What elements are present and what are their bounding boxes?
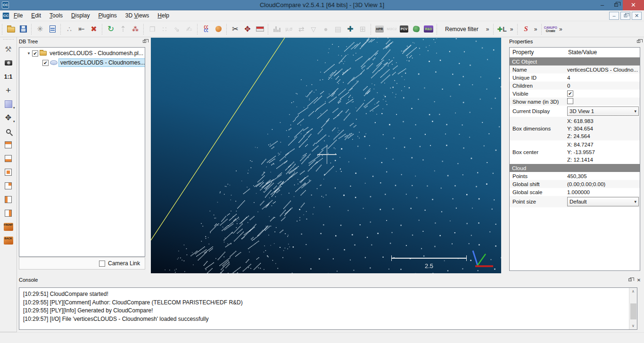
- menu-plugins[interactable]: Plugins: [94, 11, 121, 20]
- point-size-dropdown[interactable]: Default▾: [567, 197, 639, 206]
- clipping-box-button[interactable]: [254, 23, 266, 35]
- minmax-filter-button[interactable]: ⇄: [295, 23, 307, 35]
- histogram-button[interactable]: [271, 23, 283, 35]
- cloud-mesh-distance-button[interactable]: [212, 23, 224, 35]
- mdi-close-button[interactable]: ✕: [632, 12, 642, 20]
- menu-3d-views[interactable]: 3D Views: [121, 11, 154, 20]
- main-properties-button[interactable]: [46, 23, 58, 35]
- facets-plugin-button[interactable]: [410, 23, 422, 35]
- pick-rotation-center-button[interactable]: +: [1, 83, 16, 97]
- m3c2-plugin-button[interactable]: M3C2: [386, 23, 398, 35]
- canupo-overflow-chevron[interactable]: »: [557, 23, 564, 35]
- visibility-checkbox[interactable]: ✔: [42, 60, 49, 66]
- pan-mode-button[interactable]: ✥▾: [1, 111, 16, 124]
- csf-plugin-button[interactable]: S: [520, 23, 532, 35]
- toolbar-handle[interactable]: [226, 24, 228, 35]
- view-iso-front-button[interactable]: FRONT: [1, 220, 16, 234]
- scrollbar-thumb[interactable]: [630, 303, 636, 319]
- view-iso-back-button[interactable]: BACK: [1, 234, 16, 247]
- apply-transformation-button[interactable]: ⇤: [75, 23, 88, 35]
- tools-wrench-button[interactable]: ⚒: [1, 42, 16, 56]
- menu-help[interactable]: Help: [153, 11, 173, 20]
- point-picking-button[interactable]: ∴: [63, 23, 75, 35]
- toolbar-handle[interactable]: [436, 24, 438, 35]
- clone-button[interactable]: ✳: [34, 23, 46, 35]
- add-scalar-field-button[interactable]: ✚: [344, 23, 356, 35]
- subsample-button[interactable]: ⁂: [129, 23, 141, 35]
- filter-button[interactable]: ▽: [307, 23, 320, 35]
- view-top-button[interactable]: [1, 138, 16, 152]
- toolbar-overflow-chevron[interactable]: »: [484, 23, 491, 35]
- menu-tools[interactable]: Tools: [45, 11, 67, 20]
- current-display-dropdown[interactable]: 3D View 1▾: [567, 106, 639, 116]
- 3d-viewport[interactable]: 2.5: [151, 38, 501, 273]
- toolbar-handle[interactable]: [101, 24, 103, 35]
- toolbar-handle[interactable]: [267, 24, 269, 35]
- remove-filter-button[interactable]: Remove filter: [439, 23, 484, 35]
- segment-button[interactable]: ❒: [146, 23, 158, 35]
- view-left-button[interactable]: [1, 193, 16, 206]
- pan-rotate-button[interactable]: ✥: [241, 23, 254, 35]
- window-close-button[interactable]: ✕: [623, 0, 644, 10]
- visibility-checkbox[interactable]: ✔: [32, 50, 38, 57]
- sf-arithmetic-button[interactable]: ⊞: [356, 23, 369, 35]
- toolbar-handle[interactable]: [493, 24, 495, 35]
- open-button[interactable]: [5, 23, 17, 35]
- point-list-picking-button[interactable]: ✍: [183, 23, 195, 35]
- toolbar-handle[interactable]: [143, 24, 145, 35]
- toolbar-handle[interactable]: [370, 24, 372, 35]
- toolbar-handle[interactable]: [517, 24, 519, 35]
- random-sampling-button[interactable]: ∷: [158, 23, 171, 35]
- view-back-button[interactable]: [1, 179, 16, 193]
- toolbar-handle[interactable]: [197, 24, 198, 35]
- menu-edit[interactable]: Edit: [27, 11, 45, 20]
- toolbar-handle[interactable]: [60, 24, 62, 35]
- mdi-app-icon[interactable]: CC: [2, 12, 9, 19]
- camera-link-checkbox[interactable]: [99, 261, 105, 267]
- view-right-button[interactable]: [1, 206, 16, 220]
- cloud-cloud-distance-button[interactable]: CCCC: [200, 23, 212, 35]
- point-cloud-canvas[interactable]: [151, 38, 501, 273]
- db-tree-float-button[interactable]: [141, 39, 147, 44]
- toolbar-handle[interactable]: [3, 39, 14, 41]
- zoom-magnifier-button[interactable]: [1, 124, 16, 138]
- pcv-plugin-button[interactable]: PCV: [398, 23, 410, 35]
- window-restore-button[interactable]: [609, 0, 623, 10]
- gaussian-filter-button[interactable]: μ,σ: [283, 23, 295, 35]
- visible-checkbox[interactable]: ✔: [567, 90, 573, 97]
- zoom-1-1-button[interactable]: 1:1: [1, 70, 16, 83]
- properties-float-button[interactable]: [636, 39, 641, 44]
- resample-button[interactable]: ⇘: [171, 23, 183, 35]
- hpr-plugin-button[interactable]: HPR: [373, 23, 386, 35]
- delete-button[interactable]: ✖: [88, 23, 100, 35]
- qssao-overflow-chevron[interactable]: »: [508, 23, 515, 35]
- scroll-down-icon[interactable]: ∨: [629, 322, 637, 329]
- toolbar-handle[interactable]: [31, 24, 33, 35]
- sphere-button[interactable]: ●: [320, 23, 332, 35]
- fine-registration-button[interactable]: ⇡: [117, 23, 129, 35]
- translate-rotate-button[interactable]: ↻: [105, 23, 117, 35]
- global-zoom-button[interactable]: ▾: [1, 97, 16, 111]
- tree-item[interactable]: ▾✔verticesCLOUDS - Cloudnomesh.pl...: [19, 49, 145, 58]
- show-name-in-3d-checkbox[interactable]: [567, 98, 573, 104]
- toolbar-handle[interactable]: [1, 24, 3, 35]
- view-bottom-button[interactable]: [1, 152, 16, 165]
- toolbar-handle[interactable]: [541, 24, 543, 35]
- screenshot-camera-button[interactable]: [1, 56, 16, 70]
- menu-display[interactable]: Display: [67, 11, 94, 20]
- mdi-restore-button[interactable]: [620, 12, 630, 20]
- tree-item[interactable]: ✔verticesCLOUDS - Cloudnomes...: [19, 58, 145, 67]
- console-float-button[interactable]: [627, 278, 633, 283]
- scroll-up-icon[interactable]: ∧: [629, 288, 637, 295]
- console-close-button[interactable]: ✕: [636, 277, 642, 283]
- canupo-create-button[interactable]: CANUPOCreate: [544, 23, 557, 35]
- volume-button[interactable]: ▤: [332, 23, 344, 35]
- save-button[interactable]: [17, 23, 29, 35]
- scissors-segment-button[interactable]: ✂: [229, 23, 241, 35]
- mdi-minimize-button[interactable]: –: [609, 12, 619, 20]
- rgd-plugin-button[interactable]: R&D: [422, 23, 435, 35]
- qssao-plugin-button[interactable]: ✚L: [496, 23, 508, 35]
- expander-icon[interactable]: ▾: [27, 51, 31, 56]
- view-front-button[interactable]: [1, 165, 16, 179]
- csf-overflow-chevron[interactable]: »: [532, 23, 539, 35]
